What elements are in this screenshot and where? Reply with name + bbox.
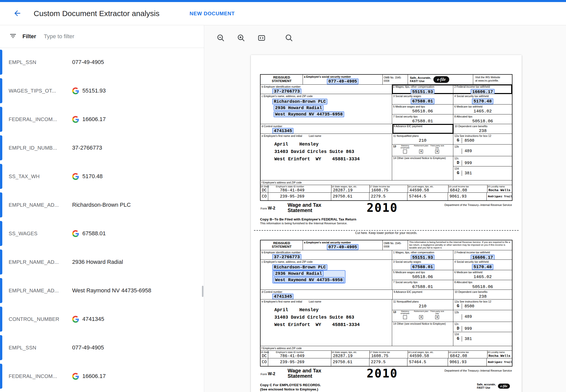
entity-value-wrap: 67588.01 xyxy=(72,230,106,237)
w2-box-14-cont xyxy=(392,332,453,346)
highlight-employer-addr1[interactable]: 2936 Howard Radial xyxy=(274,105,324,111)
employee-name: AprilHensley xyxy=(262,141,391,148)
arrow-back-icon xyxy=(13,9,22,18)
w2-safe-accurate-bottom: Safe, accurate, FAST! Use e-file xyxy=(477,383,510,389)
entity-row[interactable]: EMPLR_NAME_AD... West Raymond NV 44735-6… xyxy=(0,276,204,305)
entity-value: Richardson-Brown PLC xyxy=(72,202,131,208)
highlight-control-number[interactable]: 4741345 xyxy=(272,128,293,134)
employer-address-block: 2936 Howard Radial West Raymond NV 44735… xyxy=(272,270,345,283)
entity-row[interactable]: EMPLR_NAME_AD... 2936 Howard Radial xyxy=(0,248,204,276)
w2-year: 2010 xyxy=(367,367,398,380)
w2-box-2: 2 Federal income tax withheld 16606.17 xyxy=(453,85,512,94)
google-g-icon xyxy=(72,230,79,237)
zoom-in-button[interactable] xyxy=(235,32,247,44)
entity-row[interactable]: EMPL_SSN 077-49-4905 xyxy=(0,333,204,362)
entity-name: EMPLR_NAME_AD... xyxy=(9,288,72,294)
w2-safe-accurate: Safe, Accurate, FAST! Use e-file xyxy=(408,75,473,84)
zoom-in-icon xyxy=(237,34,245,42)
w2-form-label: Form W-2 xyxy=(261,206,275,211)
w2-box-12d: 12d G381 xyxy=(453,166,512,180)
w2-box-12a: 12a See instructions for box 12 G8500 xyxy=(453,134,512,144)
entity-value: 2936 Howard Radial xyxy=(72,259,123,265)
entity-row[interactable]: FEDERAL_INCOM... 16606.17 xyxy=(0,105,204,134)
w2-box-12c: 12c D999 xyxy=(453,156,512,166)
highlight-ssn[interactable]: 077-49-4905 xyxy=(327,79,358,84)
entity-accent-bar xyxy=(0,278,2,303)
highlight-wages[interactable]: 55151.93 xyxy=(411,89,435,94)
entity-row[interactable]: CONTROL_NUMBER 4741345 xyxy=(0,305,204,333)
w2-box-e: e Employee's first name and initial Last… xyxy=(261,299,392,346)
entity-value: 4741345 xyxy=(82,316,104,322)
w2-footer: Form W-2 Wage and Tax Statement 2010 Dep… xyxy=(260,368,512,382)
entity-row[interactable]: SS_WAGES 67588.01 xyxy=(0,219,204,248)
entity-value: 16606.17 xyxy=(82,373,106,380)
sickpay-checkbox: x xyxy=(435,150,439,153)
w2-footer: Form W-2 Wage and Tax Statement 2010 Dep… xyxy=(260,202,512,217)
filter-icon xyxy=(9,32,17,41)
scrollbar-thumb[interactable] xyxy=(202,286,203,297)
highlight-ss-tax[interactable]: 5170.48 xyxy=(472,264,493,270)
filter-input[interactable] xyxy=(44,33,195,40)
retirement-checkbox: x xyxy=(419,150,423,153)
w2-box-8: 8 Allocated tips 50518.06 xyxy=(453,280,512,290)
top-accent-bar xyxy=(0,0,566,2)
entity-value-wrap: 2936 Howard Radial xyxy=(72,259,123,265)
highlight-ein[interactable]: 37-2766773 xyxy=(272,254,301,259)
entity-accent-bar xyxy=(0,50,2,75)
efile-logo: e-file xyxy=(498,384,510,389)
w2-box-16: 16 State wages, tips, etc. 28287.19 xyxy=(331,185,370,192)
entity-accent-bar xyxy=(0,164,2,189)
zoom-out-button[interactable] xyxy=(215,32,227,44)
entity-accent-bar xyxy=(0,307,2,332)
w2-box-4: 4 Social security tax withheld 5170.48 xyxy=(453,260,512,270)
w2-box-8: 8 Allocated tips 50518.06 xyxy=(453,114,512,124)
w2-box-3: 3 Social security wages 67588.01 xyxy=(392,94,453,104)
entity-row[interactable]: EMPLR_NAME_AD... Richardson-Brown PLC xyxy=(0,191,204,219)
highlight-ss-wages[interactable]: 67588.01 xyxy=(411,264,435,270)
back-button[interactable] xyxy=(11,7,23,20)
new-document-button[interactable]: NEW DOCUMENT xyxy=(190,11,235,17)
w2-box-b: b Employer identification number 37-2766… xyxy=(261,250,392,259)
w2-box-e: e Employee's first name and initial Last… xyxy=(261,134,392,180)
retirement-checkbox: x xyxy=(419,315,423,319)
entity-row[interactable]: FEDERAL_INCOM... 16606.17 xyxy=(0,362,204,390)
bounding-box-toggle-button[interactable] xyxy=(255,32,268,44)
employee-addr1: 31403 David Circles Suite 863 xyxy=(262,314,391,321)
w2-box-10: 10 Dependent care benefits 238 xyxy=(454,124,512,134)
highlight-employer-name[interactable]: Richardson-Brown PLC xyxy=(272,99,327,104)
highlight-ss-wages[interactable]: 67588.01 xyxy=(411,98,435,104)
entity-name: FEDERAL_INCOM... xyxy=(9,116,72,122)
google-g-icon xyxy=(72,316,79,323)
statutory-checkbox xyxy=(403,315,407,319)
search-button[interactable] xyxy=(283,32,295,44)
w2-box-10: 10 Dependent care benefits 238 xyxy=(454,290,512,299)
highlight-employer-name[interactable]: Richardson-Brown PLC xyxy=(272,264,327,270)
entity-value: 16606.17 xyxy=(82,116,106,123)
google-g-icon xyxy=(72,173,79,180)
entity-name: EMPLR_ID_NUMB... xyxy=(9,145,72,151)
highlight-federal-tax[interactable]: 16606.17 xyxy=(471,255,495,259)
entity-row[interactable]: EMPL_SSN 077-49-4905 xyxy=(0,48,204,76)
highlight-ssn[interactable]: 077-49-4905 xyxy=(327,244,358,250)
highlight-employer-addr1[interactable]: 2936 Howard Radial xyxy=(274,271,324,277)
entity-accent-bar xyxy=(0,221,2,246)
viewer-toolbar xyxy=(215,32,303,44)
highlight-ss-tax[interactable]: 5170.48 xyxy=(472,98,493,104)
w2-box-14-cont xyxy=(392,166,453,180)
w2-department: Department of the Treasury--Internal Rev… xyxy=(444,203,512,206)
app-header: Custom Document Extractor analysis NEW D… xyxy=(0,2,566,25)
entity-name: CONTROL_NUMBER xyxy=(9,316,72,322)
highlight-wages[interactable]: 55151.93 xyxy=(411,255,435,259)
entity-row[interactable]: WAGES_TIPS_OT... 55151.93 xyxy=(0,76,204,105)
w2-box-18: 18 Local wages, tips, etc. 44590.58 xyxy=(408,351,448,358)
entity-value-wrap: 077-49-4905 xyxy=(72,59,104,66)
highlight-ein[interactable]: 37-2766773 xyxy=(272,88,301,94)
entity-row[interactable]: EMPLR_ID_NUMB... 37-2766773 xyxy=(0,134,204,162)
w2-form-label: Form W-2 xyxy=(261,372,275,376)
highlight-employer-addr2[interactable]: West Raymond NV 44735-6958 xyxy=(274,277,344,283)
entity-row[interactable]: SS_TAX_WH 5170.48 xyxy=(0,162,204,191)
highlight-federal-tax[interactable]: 16606.17 xyxy=(471,89,495,94)
highlight-control-number[interactable]: 4741345 xyxy=(272,294,293,299)
highlight-employer-addr2[interactable]: West Raymond NV 44735-6958 xyxy=(274,111,344,117)
w2-omb: OMB No. 1545-0008 xyxy=(383,240,408,250)
